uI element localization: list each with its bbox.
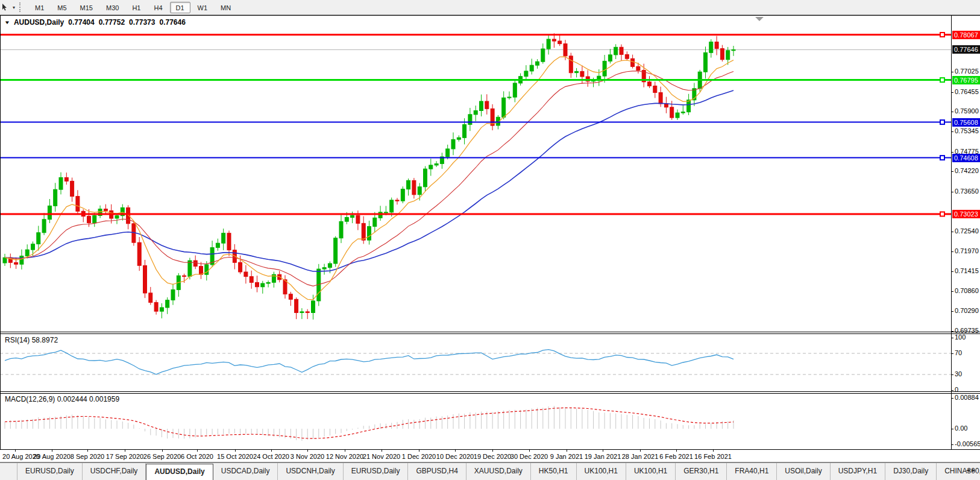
macd-tick-0.00884: 0.00884 xyxy=(955,394,979,402)
resistance-line-label-0.78067[interactable]: 0.78067 xyxy=(952,31,980,39)
date-tick xyxy=(271,450,272,452)
symbol-dropdown-icon[interactable]: ▼ xyxy=(4,20,10,25)
date-tick xyxy=(197,450,198,452)
date-tick xyxy=(640,450,641,452)
date-tick xyxy=(52,450,52,452)
price-tick-0.70290: 0.70290 xyxy=(955,307,979,315)
toolbar-grip[interactable] xyxy=(19,2,23,12)
chart-tab-EURUSD-Daily[interactable]: EURUSD,Daily xyxy=(344,463,409,480)
chart-tab-XAUUSD-Daily[interactable]: XAUUSD,Daily xyxy=(466,463,531,480)
date-label-19-Jan-2021: 19 Jan 2021 xyxy=(585,453,621,460)
chart-tab-USDCNH-Daily[interactable]: USDCNH,Daily xyxy=(278,463,343,480)
chart-tabs-bar: EURUSD,DailyUSDCHF,DailyAUDUSD,DailyUSDC… xyxy=(0,463,980,480)
chart-symbol: AUDUSD,Daily xyxy=(14,18,64,27)
date-tick xyxy=(87,450,88,452)
macd-tick--0.005651: -0.005651 xyxy=(955,440,980,448)
date-tick xyxy=(162,450,163,452)
chart-tab-UK100-H1[interactable]: UK100,H1 xyxy=(577,463,626,480)
chart-shift-marker-icon[interactable] xyxy=(755,17,764,21)
date-tick xyxy=(492,450,493,452)
timeframe-button-W1[interactable]: W1 xyxy=(192,2,214,13)
date-label-19-Dec-2020: 19 Dec 2020 xyxy=(474,453,511,460)
chart-tab-GER30-H1[interactable]: GER30,H1 xyxy=(676,463,727,480)
price-tick-0.74775-tick xyxy=(951,152,953,153)
price-tick-0.74220-tick xyxy=(951,171,953,172)
chart-tab-GBPUSD-H4[interactable]: GBPUSD,H4 xyxy=(408,463,466,480)
date-tick xyxy=(307,450,308,452)
chart-tab-DJ30-Daily[interactable]: DJ30,Daily xyxy=(885,463,937,480)
date-label-6-Oct-2020: 6 Oct 2020 xyxy=(181,453,213,460)
date-label-1-Dec-2020: 1 Dec 2020 xyxy=(402,453,436,460)
cursor-tool-icon[interactable] xyxy=(1,2,11,12)
support-line-label-0.76795[interactable]: 0.76795 xyxy=(952,76,980,84)
date-label-17-Sep-2020: 17 Sep 2020 xyxy=(106,453,143,460)
macd-tick--0.005651-tick xyxy=(951,444,953,445)
chart-tab-USDJPY-H1[interactable]: USDJPY,H1 xyxy=(831,463,885,480)
line-handle-0.73023[interactable] xyxy=(940,212,944,216)
support-line-label-0.75608[interactable]: 0.75608 xyxy=(952,118,980,127)
timeframe-button-M1[interactable]: M1 xyxy=(29,2,50,13)
rsi-tick-0: 0 xyxy=(955,386,958,394)
date-label-10-Dec-2020: 10 Dec 2020 xyxy=(436,453,474,460)
date-label-15-Oct-2020: 15 Oct 2020 xyxy=(217,453,253,460)
macd-pane-top-border[interactable] xyxy=(0,393,980,394)
chart-window-left-border xyxy=(0,16,1,449)
timeframe-button-M5[interactable]: M5 xyxy=(51,2,72,13)
rsi-tick-30-tick xyxy=(951,374,953,375)
toolbar-tool-group[interactable]: ▾ xyxy=(1,2,15,12)
timeframe-button-D1[interactable]: D1 xyxy=(170,2,190,13)
macd-label: MACD(12,26,9) 0.002444 0.001959 xyxy=(5,395,119,403)
rsi-label: RSI(14) 58.8972 xyxy=(5,336,58,344)
date-tick xyxy=(603,450,603,452)
price-tick-0.71970: 0.71970 xyxy=(955,247,979,255)
date-tick xyxy=(529,450,530,452)
right-arrow-icon[interactable]: ▸ xyxy=(972,466,978,473)
support-line-label-0.73023[interactable]: 0.73023 xyxy=(952,210,980,218)
chart-tab-UK100-H1[interactable]: UK100,H1 xyxy=(626,463,676,480)
date-tick xyxy=(345,450,345,452)
date-label-30-Dec-2020: 30 Dec 2020 xyxy=(510,453,548,460)
chart-window-top-border xyxy=(0,15,980,16)
date-label-24-Oct-2020: 24 Oct 2020 xyxy=(253,453,289,460)
chart-tab-HK50-H1[interactable]: HK50,H1 xyxy=(531,463,577,480)
main-chart-pane[interactable] xyxy=(0,16,951,332)
macd-pane[interactable] xyxy=(0,393,951,449)
chart-tab-FRA40-H1[interactable]: FRA40,H1 xyxy=(727,463,777,480)
price-tick-0.74220: 0.74220 xyxy=(955,167,979,175)
chart-tab-EURUSD-Daily[interactable]: EURUSD,Daily xyxy=(17,463,83,480)
line-handle-0.78067[interactable] xyxy=(940,33,944,37)
chart-tab-USOil-Daily[interactable]: USOil,Daily xyxy=(777,463,830,480)
ohlc-close: 0.77646 xyxy=(159,18,185,27)
rsi-pane[interactable] xyxy=(0,334,951,391)
date-tick xyxy=(455,450,456,452)
timeframe-button-MN[interactable]: MN xyxy=(215,2,237,13)
timeframe-toolbar: ▾ M1M5M15M30H1H4D1W1MN xyxy=(0,0,980,15)
support-line-label-0.74608[interactable]: 0.74608 xyxy=(952,154,980,162)
price-axis-border xyxy=(951,16,952,449)
trading-terminal-window: { "toolbar": { "timeframes": ["M1","M5",… xyxy=(0,0,980,480)
date-label-8-Sep-2020: 8 Sep 2020 xyxy=(71,453,104,460)
timeframe-button-H4[interactable]: H4 xyxy=(148,2,168,13)
timeframe-button-M15[interactable]: M15 xyxy=(74,2,99,13)
price-tick-0.75900-tick xyxy=(951,112,953,112)
date-tick xyxy=(419,450,419,452)
candles[interactable] xyxy=(3,33,735,320)
line-handle-0.75608[interactable] xyxy=(940,120,944,124)
date-tick xyxy=(125,450,125,452)
caret-down-icon[interactable]: ▾ xyxy=(13,5,15,10)
rsi-tick-100-tick xyxy=(951,338,953,338)
timeframe-button-H1[interactable]: H1 xyxy=(126,2,146,13)
date-label-9-Jan-2021: 9 Jan 2021 xyxy=(550,453,583,460)
current-price-label-0.77646[interactable]: 0.77646 xyxy=(952,45,980,54)
date-label-29-Aug-2020: 29 Aug 2020 xyxy=(33,453,71,460)
rsi-pane-top-border[interactable] xyxy=(0,333,980,334)
price-tick-0.71415: 0.71415 xyxy=(955,267,979,275)
timeframe-button-M30[interactable]: M30 xyxy=(100,2,125,13)
chart-tab-AUDUSD-Daily[interactable]: AUDUSD,Daily xyxy=(146,464,213,480)
rsi-tick-30: 30 xyxy=(955,370,962,378)
price-tick-0.72540-tick xyxy=(951,232,953,232)
chart-tab-USDCAD-Daily[interactable]: USDCAD,Daily xyxy=(213,463,278,480)
line-handle-0.76795[interactable] xyxy=(940,78,944,82)
chart-tab-USDCHF-Daily[interactable]: USDCHF,Daily xyxy=(83,463,146,480)
line-handle-0.74608[interactable] xyxy=(940,156,944,160)
